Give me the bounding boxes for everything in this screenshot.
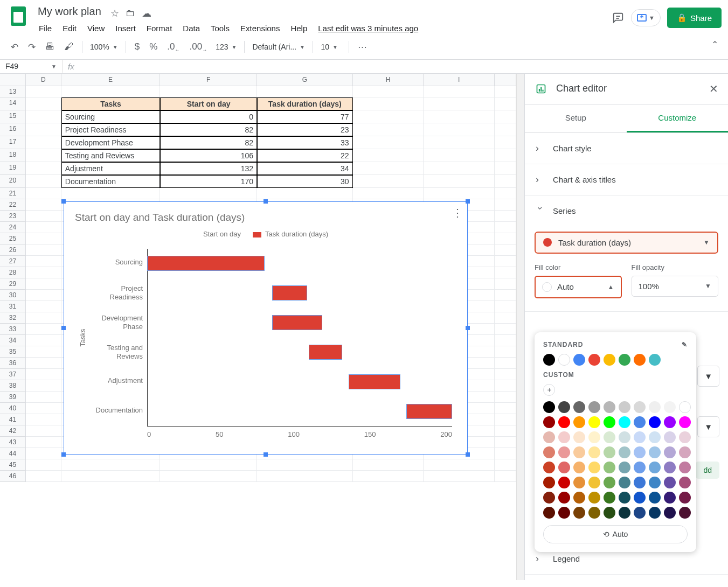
menu-edit[interactable]: Edit: [58, 22, 81, 35]
color-swatch[interactable]: [573, 446, 585, 458]
color-swatch[interactable]: [604, 446, 615, 458]
zoom-select[interactable]: 100%▼: [87, 40, 121, 53]
color-swatch[interactable]: [543, 401, 555, 413]
color-swatch[interactable]: [634, 446, 646, 458]
move-icon[interactable]: 🗀: [126, 8, 135, 19]
cell[interactable]: [353, 110, 424, 123]
cell[interactable]: [424, 471, 495, 482]
row-header[interactable]: 37: [0, 369, 26, 380]
cell[interactable]: [495, 335, 516, 346]
cell[interactable]: [495, 403, 516, 414]
row-header[interactable]: 39: [0, 392, 26, 403]
resize-handle[interactable]: [61, 326, 66, 330]
cell[interactable]: [495, 471, 516, 482]
color-swatch[interactable]: [664, 431, 676, 443]
cell[interactable]: [26, 175, 61, 188]
cell[interactable]: [495, 175, 516, 188]
cell[interactable]: [495, 136, 516, 149]
col-header[interactable]: [495, 74, 516, 86]
color-swatch[interactable]: [543, 492, 555, 504]
redo-icon[interactable]: ↷: [24, 38, 40, 56]
color-swatch[interactable]: [558, 446, 570, 458]
chart-bar[interactable]: [349, 374, 400, 389]
cell[interactable]: [160, 86, 257, 97]
chart-menu-icon[interactable]: ⋮: [452, 206, 463, 219]
cell[interactable]: [26, 233, 61, 244]
color-swatch[interactable]: [604, 416, 615, 428]
row-header[interactable]: 34: [0, 335, 26, 346]
sheet-area[interactable]: D E F G H I 1314TasksStart on dayTask du…: [0, 74, 516, 580]
chart-bar[interactable]: [406, 404, 452, 419]
cell[interactable]: [424, 110, 495, 123]
color-swatch[interactable]: [649, 431, 661, 443]
color-swatch[interactable]: [558, 477, 570, 488]
auto-color-button[interactable]: ⟲ Auto: [543, 525, 688, 543]
fill-color-dropdown[interactable]: Auto ▲: [535, 276, 622, 298]
color-swatch[interactable]: [543, 462, 555, 473]
color-swatch[interactable]: [573, 354, 585, 366]
cell[interactable]: [495, 414, 516, 425]
color-swatch[interactable]: [588, 462, 600, 473]
cell[interactable]: [353, 136, 424, 149]
color-swatch[interactable]: [588, 416, 600, 428]
cell[interactable]: [495, 425, 516, 437]
cell[interactable]: [353, 459, 424, 471]
cell[interactable]: [495, 149, 516, 162]
cell[interactable]: [495, 199, 516, 211]
select-all-corner[interactable]: [0, 74, 26, 86]
color-swatch[interactable]: [634, 477, 646, 488]
row-header[interactable]: 20: [0, 175, 26, 188]
section-chart-style[interactable]: ›Chart style: [525, 133, 728, 164]
cell[interactable]: [353, 123, 424, 136]
row-header[interactable]: 44: [0, 448, 26, 459]
color-swatch[interactable]: [588, 477, 600, 488]
row-header[interactable]: 38: [0, 380, 26, 392]
row-header[interactable]: 31: [0, 301, 26, 312]
fill-opacity-dropdown[interactable]: 100% ▼: [632, 276, 719, 297]
color-swatch[interactable]: [679, 507, 691, 519]
color-swatch[interactable]: [649, 507, 661, 519]
cell[interactable]: [61, 86, 161, 97]
name-box[interactable]: F49▼: [0, 60, 63, 73]
cell[interactable]: [26, 358, 61, 369]
color-swatch[interactable]: [619, 401, 630, 413]
cell[interactable]: [495, 222, 516, 233]
row-header[interactable]: 28: [0, 267, 26, 278]
vertical-scrollbar[interactable]: [516, 74, 524, 580]
chart-bar[interactable]: [272, 315, 322, 330]
cell[interactable]: [26, 459, 61, 471]
color-swatch[interactable]: [634, 431, 646, 443]
row-header[interactable]: 14: [0, 97, 26, 110]
col-header[interactable]: H: [353, 74, 424, 86]
cell[interactable]: [495, 312, 516, 324]
row-header[interactable]: 36: [0, 358, 26, 369]
color-swatch[interactable]: [588, 401, 600, 413]
hidden-dropdown[interactable]: ▼: [697, 416, 719, 437]
font-size-select[interactable]: 10▼: [317, 40, 344, 53]
cell[interactable]: [26, 346, 61, 358]
section-series-header[interactable]: ›Series: [525, 195, 728, 226]
color-swatch[interactable]: [664, 416, 676, 428]
color-swatch[interactable]: [543, 416, 555, 428]
col-header[interactable]: E: [61, 74, 161, 86]
col-header[interactable]: G: [257, 74, 353, 86]
cell[interactable]: [26, 403, 61, 414]
color-swatch[interactable]: [588, 431, 600, 443]
color-swatch[interactable]: [558, 431, 570, 443]
cell[interactable]: [424, 459, 495, 471]
cell[interactable]: [26, 335, 61, 346]
menu-data[interactable]: Data: [178, 22, 204, 35]
cell[interactable]: [495, 380, 516, 392]
comments-icon[interactable]: [612, 11, 625, 24]
row-header[interactable]: 40: [0, 403, 26, 414]
row-header[interactable]: 24: [0, 222, 26, 233]
cell[interactable]: [495, 392, 516, 403]
row-header[interactable]: 29: [0, 278, 26, 290]
cell[interactable]: [26, 425, 61, 437]
cell[interactable]: [26, 149, 61, 162]
cell[interactable]: [424, 188, 495, 199]
cell[interactable]: [26, 123, 61, 136]
cell[interactable]: [495, 256, 516, 267]
menu-insert[interactable]: Insert: [111, 22, 140, 35]
color-swatch[interactable]: [573, 431, 585, 443]
